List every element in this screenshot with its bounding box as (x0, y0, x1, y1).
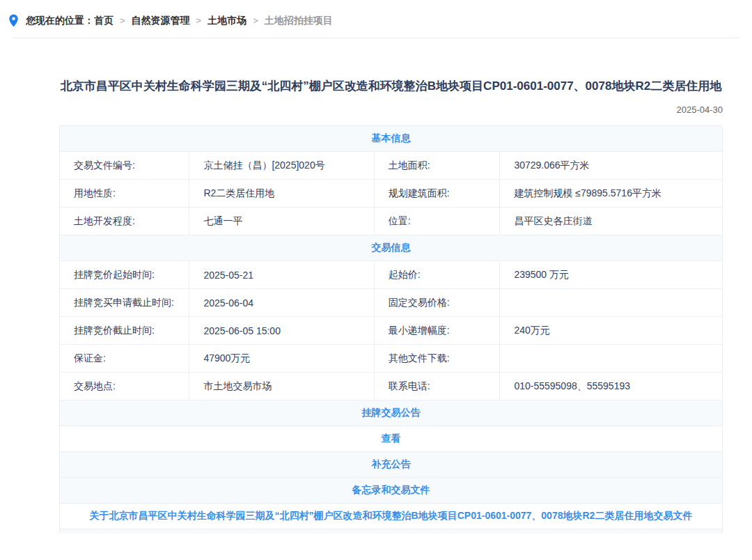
field-value: 京土储挂（昌）[2025]020号 (189, 152, 374, 179)
transaction-document-link[interactable]: 关于北京市昌平区中关村生命科学园三期及“北四村”棚户区改造和环境整治B地块项目C… (90, 510, 693, 522)
field-label: 土地面积: (375, 152, 501, 179)
table-row: 土地开发程度: 七通一平 位置: 昌平区史各庄街道 (60, 208, 722, 235)
field-value: 市土地交易市场 (189, 373, 374, 400)
page-title: 北京市昌平区中关村生命科学园三期及“北四村”棚户区改造和环境整治B地块项目CP0… (59, 77, 723, 95)
breadcrumb: 您现在的位置： 首页 > 自然资源管理 > 土地市场 > 土地招拍挂项目 (0, 0, 752, 38)
publish-date: 2025-04-30 (59, 104, 723, 115)
location-pin-icon (8, 14, 19, 27)
table-row: 挂牌竞价起始时间: 2025-05-21 起始价: 239500 万元 (60, 261, 722, 289)
section-header-label: 挂牌交易公告 (362, 407, 421, 419)
section-header-memo-and-documents: 备忘录和交易文件 (60, 478, 722, 504)
field-label: 最小递增幅度: (375, 317, 501, 344)
field-value: 2025-06-05 15:00 (189, 317, 374, 344)
breadcrumb-separator: > (196, 15, 202, 26)
field-value: 昌平区史各庄街道 (500, 208, 722, 235)
breadcrumb-prefix: 您现在的位置： (26, 15, 94, 27)
table-row: 挂牌竞价截止时间: 2025-06-05 15:00 最小递增幅度: 240万元 (60, 317, 722, 345)
field-label: 土地开发程度: (60, 208, 189, 235)
view-link[interactable]: 查看 (382, 433, 401, 445)
field-label: 挂牌竞买申请截止时间: (60, 289, 189, 316)
field-label: 挂牌竞价截止时间: (60, 317, 189, 344)
field-value: 2025-06-04 (189, 289, 374, 316)
field-value: 2025-05-21 (189, 261, 374, 288)
field-value (500, 289, 722, 316)
section-header-label: 交易信息 (372, 242, 411, 254)
field-label: 规划建筑面积: (375, 180, 501, 207)
field-value: 47900万元 (189, 345, 374, 372)
table-row: 挂牌竞买申请截止时间: 2025-06-04 固定交易价格: (60, 289, 722, 317)
view-announcement-row: 查看 (60, 426, 722, 452)
field-label: 挂牌竞价起始时间: (60, 261, 189, 288)
next-section-partial-row (60, 529, 722, 534)
transaction-document-row: 关于北京市昌平区中关村生命科学园三期及“北四村”棚户区改造和环境整治B地块项目C… (60, 504, 722, 529)
field-value: 240万元 (500, 317, 722, 344)
field-label: 联系电话: (375, 373, 501, 400)
section-header-basic-info: 基本信息 (60, 126, 722, 152)
field-label: 交易地点: (60, 373, 189, 400)
field-value: 30729.066平方米 (500, 152, 722, 179)
section-header-transaction-info: 交易信息 (60, 235, 722, 261)
breadcrumb-item-natural-resources[interactable]: 自然资源管理 (132, 15, 190, 27)
field-value: 239500 万元 (500, 261, 722, 288)
field-label: 其他文件下载: (375, 345, 501, 372)
land-info-table: 基本信息 交易文件编号: 京土储挂（昌）[2025]020号 土地面积: 307… (59, 125, 723, 534)
field-label: 固定交易价格: (375, 289, 501, 316)
field-label: 保证金: (60, 345, 189, 372)
section-header-label: 补充公告 (372, 458, 411, 471)
breadcrumb-item-current: 土地招拍挂项目 (265, 15, 333, 27)
field-value: 七通一平 (189, 208, 374, 235)
header-divider (13, 38, 739, 38)
breadcrumb-separator: > (120, 15, 125, 26)
field-label: 位置: (375, 208, 501, 235)
table-row: 交易地点: 市土地交易市场 联系电话: 010-55595098、5559519… (60, 373, 722, 400)
section-header-label: 备忘录和交易文件 (352, 484, 430, 497)
field-value: R2二类居住用地 (189, 180, 374, 207)
table-row: 交易文件编号: 京土储挂（昌）[2025]020号 土地面积: 30729.06… (60, 152, 722, 180)
table-row: 保证金: 47900万元 其他文件下载: (60, 345, 722, 373)
field-value (500, 345, 722, 372)
field-label: 用地性质: (60, 180, 189, 207)
field-value: 建筑控制规模 ≤79895.5716平方米 (500, 180, 722, 207)
field-value: 010-55595098、55595193 (500, 373, 722, 400)
section-header-label: 基本信息 (372, 132, 411, 145)
field-label: 交易文件编号: (60, 152, 189, 179)
breadcrumb-separator: > (253, 15, 258, 26)
breadcrumb-item-land-market[interactable]: 土地市场 (207, 15, 246, 27)
article-content: 北京市昌平区中关村生命科学园三期及“北四村”棚户区改造和环境整治B地块项目CP0… (59, 77, 723, 534)
breadcrumb-item-home[interactable]: 首页 (94, 15, 113, 27)
section-header-listing-announcement: 挂牌交易公告 (60, 400, 722, 426)
table-row: 用地性质: R2二类居住用地 规划建筑面积: 建筑控制规模 ≤79895.571… (60, 180, 722, 208)
section-header-supplementary-announcement: 补充公告 (60, 452, 722, 478)
field-label: 起始价: (375, 261, 501, 288)
